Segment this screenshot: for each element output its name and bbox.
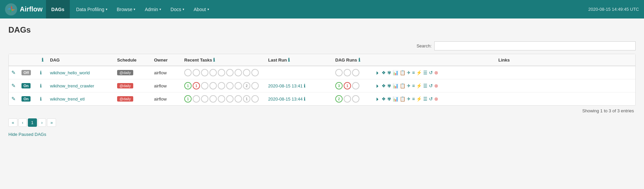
tree-view-icon[interactable]: ❖ [382,83,386,88]
dag-run-circle [344,95,351,103]
th-toggle [19,54,37,66]
dag-name-cell-3: wikihow_trend_etl [47,92,114,106]
info-cell-1: ℹ [37,66,47,79]
landing-icon[interactable]: ✈ [407,96,411,102]
first-page-button[interactable]: « [8,118,17,127]
task-circle [201,95,208,103]
refresh-icon[interactable]: ↺ [429,70,433,75]
details-icon[interactable]: ☰ [423,70,428,75]
task-circle [184,69,192,76]
task-circle [226,82,234,89]
dagruns-cell-2: 3 1 [333,79,373,92]
chevron-down-icon: ▾ [106,7,107,11]
delete-icon[interactable]: ⊗ [434,70,438,75]
gantt-icon[interactable]: 📋 [400,83,405,88]
duration-icon[interactable]: 📊 [393,70,398,75]
tasks-cell-2: 1 1 2 [182,79,265,92]
tries-icon[interactable]: ≡ [412,83,415,88]
trigger-dag-icon[interactable]: ⏵ [376,96,380,102]
nav-about[interactable]: About ▾ [189,0,214,18]
schedule-badge-2: @daily [117,83,133,88]
dag-link-2[interactable]: wikihow_trend_crawler [50,83,94,88]
trigger-dag-icon[interactable]: ⏵ [376,70,380,75]
task-circle [235,69,242,76]
tries-icon[interactable]: ≡ [412,70,415,75]
dag-info-icon-2[interactable]: ℹ [40,83,42,88]
task-circle [209,69,217,76]
brand-logo[interactable]: Airflow [5,3,43,15]
dag-link-1[interactable]: wikihow_hello_world [50,70,90,75]
schedule-badge-1: @daily [117,70,133,75]
gantt-icon[interactable]: 📋 [400,96,405,102]
details-icon[interactable]: ☰ [423,96,428,102]
th-actions [9,54,19,66]
duration-icon[interactable]: 📊 [393,83,398,88]
current-page-button[interactable]: 1 [28,118,37,127]
last-run-info-icon-3[interactable]: ℹ [304,96,305,102]
edit-icon[interactable]: ✎ [11,70,16,75]
search-container: Search: [8,41,636,50]
nav-data-profiling[interactable]: Data Profiling ▾ [71,0,112,18]
refresh-icon[interactable]: ↺ [429,83,433,88]
edit-icon[interactable]: ✎ [11,96,16,102]
landing-icon[interactable]: ✈ [407,83,411,88]
lastrun-cell-3: 2020-08-15 13:44 ℹ [265,92,333,106]
edit-cell: ✎ [9,66,19,79]
code-icon[interactable]: ⚡ [416,70,422,75]
info-cell-2: ℹ [37,79,47,92]
last-page-button[interactable]: » [47,118,56,127]
graph-view-icon[interactable]: ✾ [387,70,391,75]
delete-icon[interactable]: ⊗ [434,96,438,102]
edit-icon[interactable]: ✎ [11,83,16,88]
dag-link-3[interactable]: wikihow_trend_etl [50,97,85,102]
duration-icon[interactable]: 📊 [393,96,398,102]
graph-view-icon[interactable]: ✾ [387,83,391,88]
schedule-cell-2: @daily [114,79,151,92]
tree-view-icon[interactable]: ❖ [382,70,386,75]
showing-entries: Showing 1 to 3 of 3 entries [8,108,636,113]
dag-info-icon-1[interactable]: ℹ [40,70,42,75]
th-last-run: Last Run ℹ [265,54,333,66]
nav-browse[interactable]: Browse ▾ [112,0,140,18]
task-circle [251,69,259,76]
dag-run-circles-2: 3 1 [335,82,370,89]
task-circle [235,95,242,103]
last-run-link-3[interactable]: 2020-08-15 13:44 [268,97,303,102]
dag-info-icon-3[interactable]: ℹ [40,96,42,102]
table-row: ✎ On ℹ wikihow_trend_crawler @daily airf… [9,79,635,92]
task-circle [226,95,234,103]
refresh-icon[interactable]: ↺ [429,96,433,102]
page-title: DAGs [8,25,636,35]
info-cell-3: ℹ [37,92,47,106]
nav-admin[interactable]: Admin ▾ [140,0,166,18]
last-run-link-2[interactable]: 2020-08-15 13:41 [268,83,303,88]
last-run-info-icon-2[interactable]: ℹ [304,83,305,88]
landing-icon[interactable]: ✈ [407,70,411,75]
toggle-button-3[interactable]: On [21,96,31,102]
task-circle [251,82,259,89]
task-circle [218,95,225,103]
gantt-icon[interactable]: 📋 [400,70,405,75]
code-icon[interactable]: ⚡ [416,96,422,102]
dagruns-cell-1 [333,66,373,79]
task-circle [209,95,217,103]
search-input[interactable] [434,41,636,50]
task-circle [193,69,200,76]
prev-page-button[interactable]: ‹ [18,118,27,127]
delete-icon[interactable]: ⊗ [434,83,438,88]
details-icon[interactable]: ☰ [423,83,428,88]
tasks-cell-3: 1 1 [182,92,265,106]
hide-paused-link[interactable]: Hide Paused DAGs [8,132,46,137]
tree-view-icon[interactable]: ❖ [382,96,386,102]
toggle-button-2[interactable]: On [21,83,31,88]
nav-dags[interactable]: DAGs [46,0,70,18]
nav-docs[interactable]: Docs ▾ [166,0,189,18]
info-icon: ℹ [42,57,43,63]
trigger-dag-icon[interactable]: ⏵ [376,83,380,88]
next-page-button[interactable]: › [38,118,46,127]
edit-cell: ✎ [9,92,19,106]
code-icon[interactable]: ⚡ [416,83,422,88]
toggle-button-1[interactable]: Off [21,70,31,75]
tries-icon[interactable]: ≡ [412,96,415,102]
graph-view-icon[interactable]: ✾ [387,96,391,102]
